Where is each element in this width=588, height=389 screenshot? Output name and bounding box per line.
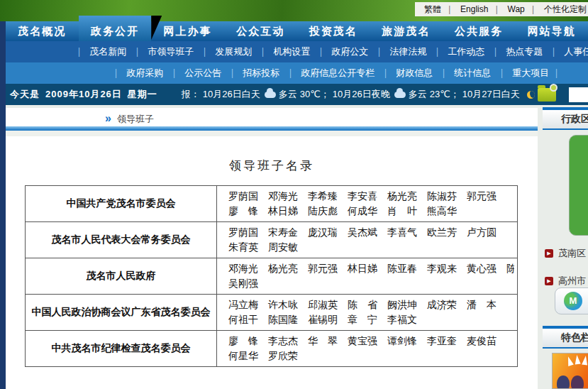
search-input[interactable] [569, 87, 588, 102]
tab-tour-maoming[interactable]: 旅游茂名 [370, 16, 443, 41]
promo-figure-decoration [571, 376, 584, 389]
moon-icon [527, 91, 535, 99]
breadcrumb-label: 领导班子 [117, 114, 154, 124]
tab-maoming-overview[interactable]: 茂名概况 [6, 16, 79, 41]
district-map-image[interactable] [569, 135, 588, 236]
subnav-row1: 茂名新闻 市领导班子 发展规划 机构设置 政府公文 法律法规 工作动态 热点专题… [0, 41, 588, 62]
top-utility-links: 繁體 English Wap 个性化定制 邮件 [415, 2, 588, 16]
subnav-development-plan[interactable]: 发展规划 [196, 46, 252, 57]
forecast-condition-1: 多云 [279, 88, 297, 101]
table-row: 中国共产党茂名市委员会 罗荫国 邓海光 李希臻 李安喜 杨光亮 陈淑芬 郭元强 … [26, 186, 518, 222]
tab-government-affairs[interactable]: 政务公开 [79, 16, 152, 41]
subnav-public-notices[interactable]: 公示公告 [166, 67, 221, 78]
folder-search-icon[interactable] [538, 88, 556, 102]
left-border-strip [0, 21, 6, 389]
subnav-gov-documents[interactable]: 政府公文 [313, 46, 368, 57]
sidebar-header-featured: 特色栏目 [543, 326, 588, 349]
forecast-temp-2: 23℃； [430, 88, 460, 101]
names-line: 朱育英 周安敏 [228, 240, 514, 255]
link-personalize[interactable]: 个性化定制 [529, 4, 587, 16]
org-name: 中国共产党茂名市委员会 [26, 186, 217, 222]
featured-promo-image[interactable] [552, 353, 588, 389]
sidebar-link-gaozhou[interactable]: ▶ 高州市 [545, 275, 586, 287]
table-row: 中国人民政治协商会议广东省茂名委员会 冯立梅 许木咏 邱淑英 陈 省 阙洪坤 成… [26, 295, 518, 331]
names-line: 廖 锋 李志杰 华 翠 黄宝强 谭剑锋 李亚奎 麦俊苗 [228, 334, 514, 349]
link-wap[interactable]: Wap [492, 4, 524, 16]
subnav-major-projects[interactable]: 重大项目 [494, 67, 549, 78]
names-line: 罗荫国 宋寿金 庞汉瑞 吴杰斌 李喜气 欧兰芳 卢方圆 [228, 225, 514, 240]
names-line: 何星华 罗欣荣 [228, 349, 514, 363]
promo-figure-decoration [557, 376, 570, 389]
globe-icon: M [564, 292, 582, 310]
tab-site-navigation[interactable]: 网站导航 [515, 16, 588, 41]
names-line: 廖 锋 林日娣 陆庆彪 何成华 肖 叶 熊高华 [228, 204, 514, 219]
member-names: 罗荫国 邓海光 李希臻 李安喜 杨光亮 陈淑芬 郭元强 廖 锋 林日娣 陆庆彪 … [217, 186, 518, 222]
forecast-period-1: 10月26日白天 [203, 88, 260, 101]
subnav-maoming-news[interactable]: 茂名新闻 [71, 46, 126, 57]
weather-forecast: 报： 10月26日白天 多云 30℃； 10月26日夜晚 多云 23℃； 10月… [182, 88, 538, 101]
org-name: 茂名市人民代表大会常务委员会 [26, 222, 217, 258]
subnav-org-structure[interactable]: 机构设置 [255, 46, 310, 57]
member-names: 罗荫国 宋寿金 庞汉瑞 吴杰斌 李喜气 欧兰芳 卢方圆 朱育英 周安敏 [217, 222, 518, 258]
subnav-work-updates[interactable]: 工作动态 [429, 46, 484, 57]
subnav-personnel[interactable]: 人事任免 [545, 46, 588, 57]
tab-public-service[interactable]: 公共服务 [443, 16, 516, 41]
subnav-bidding[interactable]: 招标投标 [224, 67, 279, 78]
leadership-roster-table: 中国共产党茂名市委员会 罗荫国 邓海光 李希臻 李安喜 杨光亮 陈淑芬 郭元强 … [25, 185, 518, 367]
names-line: 冯立梅 许木咏 邱淑英 陈 省 阙洪坤 成济荣 潘 本 [228, 297, 514, 312]
today-prefix: 今天是 [10, 89, 40, 99]
names-line: 罗荫国 邓海光 李希臻 李安喜 杨光亮 陈淑芬 郭元强 [228, 189, 514, 204]
tab-online-services[interactable]: 网上办事 [151, 16, 224, 41]
table-row: 中共茂名市纪律检查茂名委员会 廖 锋 李志杰 华 翠 黄宝强 谭剑锋 李亚奎 麦… [26, 331, 518, 367]
sidebar-header-districts: 行政区划 [543, 107, 588, 130]
subnav-laws[interactable]: 法律法规 [371, 46, 426, 57]
org-name: 中国人民政治协商会议广东省茂名委员会 [26, 295, 217, 331]
forecast-period-3: 10月27日白天 [462, 88, 520, 101]
subnav-hot-topics[interactable]: 热点专题 [487, 46, 543, 57]
subnav-info-disclosure[interactable]: 政府信息公开专栏 [282, 67, 375, 78]
names-line: 邓海光 杨光亮 郭元强 林日娣 陈亚春 李观来 黄心强 陈 海 [228, 261, 514, 276]
promo-spark-decoration [565, 356, 574, 366]
red-arrow-bullet-icon: ▶ [545, 277, 553, 285]
subnav-row2: 政府采购 公示公告 招标投标 政府信息公开专栏 财政信息 统计信息 重大项目 [0, 62, 588, 84]
org-name: 中共茂名市纪律检查茂名委员会 [26, 331, 217, 367]
org-name: 茂名市人民政府 [26, 258, 217, 295]
member-names: 冯立梅 许木咏 邱淑英 陈 省 阙洪坤 成济荣 潘 本 何祖干 陈国隆 崔锡明 … [217, 295, 518, 331]
forecast-condition-2: 多云 [409, 88, 427, 101]
names-line: 吴刚强 [228, 276, 514, 291]
forecast-temp-1: 30℃； [300, 88, 330, 101]
subnav-leadership[interactable]: 市领导班子 [129, 46, 194, 57]
gray-divider [6, 131, 538, 136]
subnav-gov-procurement[interactable]: 政府采购 [108, 67, 163, 78]
tab-invest-maoming[interactable]: 投资茂名 [297, 16, 370, 41]
link-traditional-chinese[interactable]: 繁體 [424, 4, 441, 16]
cloudy-icon [394, 92, 406, 98]
breadcrumb: »领导班子 [6, 108, 538, 126]
sidebar-link-label: 高州市 [558, 275, 586, 287]
forecast-period-2: 10月26日夜晚 [333, 88, 390, 101]
main-nav-tabs: 茂名概况 政务公开 网上办事 公众互动 投资茂名 旅游茂名 公共服务 网站导航 [6, 16, 588, 41]
page-title: 领导班子名录 [6, 158, 538, 174]
breadcrumb-chevron-icon: » [105, 112, 111, 124]
sidebar-link-label: 茂南区 [558, 247, 586, 260]
red-arrow-bullet-icon: ▶ [545, 249, 553, 258]
link-english[interactable]: English [445, 4, 488, 16]
cloudy-icon [265, 92, 276, 98]
today-date: 今天是2009年10月26日星期一 [10, 88, 163, 101]
promo-spark-decoration [574, 355, 580, 365]
promo-spark-decoration [582, 356, 588, 366]
weekday-value: 星期一 [128, 89, 157, 99]
names-line: 何祖干 陈国隆 崔锡明 章 宁 李福文 [228, 312, 514, 327]
table-row: 茂名市人民政府 邓海光 杨光亮 郭元强 林日娣 陈亚春 李观来 黄心强 陈 海 … [26, 258, 518, 295]
table-row: 茂名市人民代表大会常务委员会 罗荫国 宋寿金 庞汉瑞 吴杰斌 李喜气 欧兰芳 卢… [26, 222, 518, 258]
status-bar: 今天是2009年10月26日星期一 报： 10月26日白天 多云 30℃； 10… [0, 84, 588, 105]
member-names: 邓海光 杨光亮 郭元强 林日娣 陈亚春 李观来 黄心强 陈 海 吴刚强 [217, 258, 518, 295]
forecast-prefix: 报： [182, 88, 200, 101]
subnav-fiscal-info[interactable]: 财政信息 [377, 67, 433, 78]
main-content-panel: »领导班子 领导班子名录 中国共产党茂名市委员会 罗荫国 邓海光 李希臻 李安喜… [6, 108, 538, 389]
tab-public-interaction[interactable]: 公众互动 [224, 16, 297, 41]
sidebar-globe-button[interactable]: M [555, 287, 588, 314]
subnav-statistics[interactable]: 统计信息 [436, 67, 491, 78]
member-names: 廖 锋 李志杰 华 翠 黄宝强 谭剑锋 李亚奎 麦俊苗 何星华 罗欣荣 [217, 331, 518, 367]
sidebar-link-maonan[interactable]: ▶ 茂南区 [545, 247, 586, 260]
